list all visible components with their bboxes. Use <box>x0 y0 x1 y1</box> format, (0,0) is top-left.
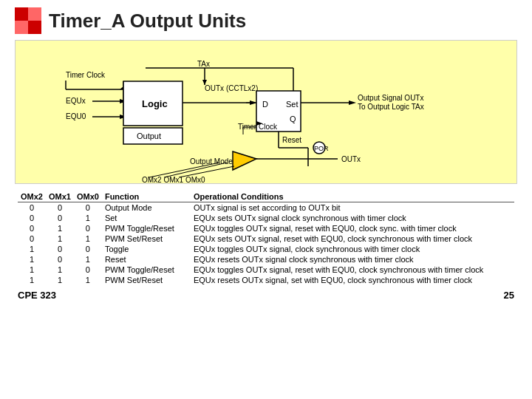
table-row: 000Output ModeOUTx signal is set accordi… <box>18 202 514 214</box>
table-cell-r1c2: 1 <box>74 213 102 223</box>
svg-marker-29 <box>349 100 356 105</box>
table-cell-r2c0: 0 <box>18 223 46 233</box>
page-title: Timer_A Output Units <box>49 10 246 33</box>
table-cell-r0c1: 0 <box>46 202 74 214</box>
svg-text:Timer Clock: Timer Clock <box>66 71 106 79</box>
col-header-omx0: OMx0 <box>74 191 102 202</box>
table-cell-r2c2: 0 <box>74 223 102 233</box>
table-cell-r3c0: 0 <box>18 233 46 244</box>
table-cell-r2c1: 1 <box>46 223 74 233</box>
table-cell-r4c4: EQUx toggles OUTx signal, clock synchron… <box>191 244 514 254</box>
svg-text:TAx: TAx <box>197 60 210 68</box>
svg-marker-38 <box>233 151 256 170</box>
svg-text:OUTx: OUTx <box>341 155 361 163</box>
svg-text:Set: Set <box>286 100 299 109</box>
table-cell-r2c4: EQUx toggles OUTx signal, reset with EQU… <box>191 223 514 233</box>
table-row: 010PWM Toggle/ResetEQUx toggles OUTx sig… <box>18 223 514 233</box>
table-cell-r0c4: OUTx signal is set according to OUTx bit <box>191 202 514 214</box>
svg-rect-2 <box>28 7 41 21</box>
svg-text:Output Signal OUTx: Output Signal OUTx <box>358 94 423 102</box>
table-row: 100ToggleEQUx toggles OUTx signal, clock… <box>18 244 514 254</box>
table-cell-r2c3: PWM Toggle/Reset <box>102 223 191 233</box>
svg-rect-3 <box>15 21 28 34</box>
table-cell-r3c3: PWM Set/Reset <box>102 233 191 244</box>
diagram-area: Timer Clock EQUx EQU0 Logic Output OUTx … <box>15 40 517 184</box>
table-cell-r6c3: PWM Toggle/Reset <box>102 265 191 275</box>
svg-text:Reset: Reset <box>282 136 301 144</box>
table-cell-r3c1: 1 <box>46 233 74 244</box>
table-row: 101ResetEQUx resets OUTx signal clock sy… <box>18 254 514 265</box>
svg-text:To Output Logic TAx: To Output Logic TAx <box>358 103 424 111</box>
svg-text:Q: Q <box>290 115 296 123</box>
table-cell-r3c4: EQUx sets OUTx signal, reset with EQU0, … <box>191 233 514 244</box>
table-cell-r4c3: Toggle <box>102 244 191 254</box>
table-cell-r0c0: 0 <box>18 202 46 214</box>
table-cell-r7c2: 1 <box>74 275 102 285</box>
svg-text:Output: Output <box>137 132 161 140</box>
svg-rect-1 <box>28 21 41 34</box>
col-header-omx2: OMx2 <box>18 191 46 202</box>
table-cell-r5c4: EQUx resets OUTx signal clock synchronou… <box>191 254 514 265</box>
svg-text:EQUx: EQUx <box>66 97 86 105</box>
table-cell-r4c0: 1 <box>18 244 46 254</box>
table-cell-r6c1: 1 <box>46 265 74 275</box>
table-cell-r1c4: EQUx sets OUTx signal clock synchronous … <box>191 213 514 223</box>
svg-text:POR: POR <box>314 145 329 152</box>
table-cell-r0c2: 0 <box>74 202 102 214</box>
table-cell-r7c1: 1 <box>46 275 74 285</box>
footer: CPE 323 25 <box>15 290 517 301</box>
footer-course: CPE 323 <box>18 290 56 301</box>
table-row: 001SetEQUx sets OUTx signal clock synchr… <box>18 213 514 223</box>
table-cell-r6c0: 1 <box>18 265 46 275</box>
table-cell-r0c3: Output Mode <box>102 202 191 214</box>
table-row: 110PWM Toggle/ResetEQUx toggles OUTx sig… <box>18 265 514 275</box>
table-cell-r4c1: 0 <box>46 244 74 254</box>
table-cell-r5c2: 1 <box>74 254 102 265</box>
table-cell-r7c0: 1 <box>18 275 46 285</box>
table-cell-r3c2: 1 <box>74 233 102 244</box>
table-cell-r1c3: Set <box>102 213 191 223</box>
table-cell-r7c3: PWM Set/Reset <box>102 275 191 285</box>
col-header-omx1: OMx1 <box>46 191 74 202</box>
svg-text:EQU0: EQU0 <box>66 112 86 120</box>
svg-line-44 <box>149 163 219 177</box>
table-row: 011PWM Set/ResetEQUx sets OUTx signal, r… <box>18 233 514 244</box>
diagram-svg: Timer Clock EQUx EQU0 Logic Output OUTx … <box>27 48 530 188</box>
svg-text:OUTx (CCTLx2): OUTx (CCTLx2) <box>205 84 258 92</box>
table-cell-r1c0: 0 <box>18 213 46 223</box>
svg-text:Logic: Logic <box>142 98 168 109</box>
col-header-function: Function <box>102 191 191 202</box>
table-cell-r6c4: EQUx toggles OUTx signal, reset with EQU… <box>191 265 514 275</box>
table-cell-r5c0: 1 <box>18 254 46 265</box>
table-cell-r5c1: 0 <box>46 254 74 265</box>
table-area: OMx2 OMx1 OMx0 Function Operational Cond… <box>15 191 517 285</box>
footer-page: 25 <box>504 290 514 301</box>
svg-rect-0 <box>15 7 28 21</box>
svg-text:Output Mode 0: Output Mode 0 <box>190 157 239 166</box>
svg-text:D: D <box>262 100 268 109</box>
col-header-operational: Operational Conditions <box>191 191 514 202</box>
table-row: 111PWM Set/ResetEQUx resets OUTx signal,… <box>18 275 514 285</box>
table-cell-r4c2: 0 <box>74 244 102 254</box>
table-cell-r5c3: Reset <box>102 254 191 265</box>
table-cell-r1c1: 0 <box>46 213 74 223</box>
table-cell-r6c2: 0 <box>74 265 102 275</box>
table-cell-r7c4: EQUx resets OUTx signal, set with EQU0, … <box>191 275 514 285</box>
